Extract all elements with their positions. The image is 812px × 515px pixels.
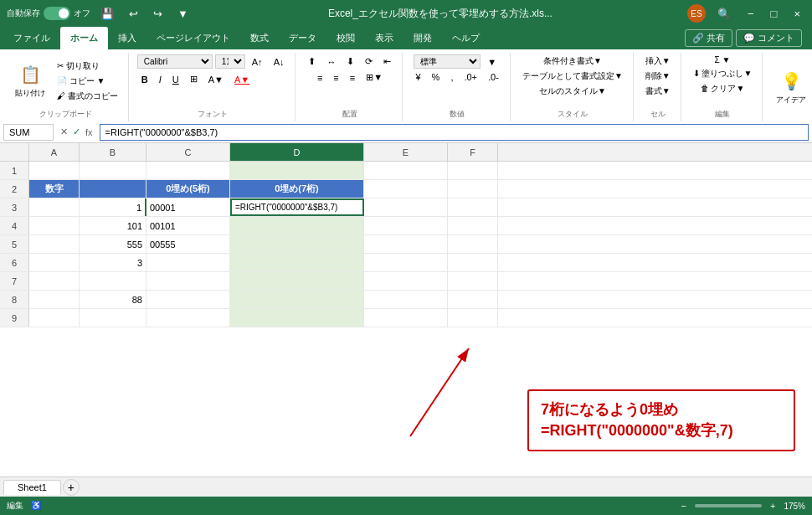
cell-a7[interactable] <box>29 272 80 290</box>
maximize-button[interactable]: □ <box>766 6 783 22</box>
col-header-b[interactable]: B <box>80 143 146 161</box>
align-left-btn[interactable]: ≡ <box>313 71 326 85</box>
tab-home[interactable]: ホーム <box>60 27 108 49</box>
formula-content[interactable]: =RIGHT("0000000"&$B3,7) <box>100 124 809 141</box>
cell-f7[interactable] <box>448 272 498 290</box>
number-expand-btn[interactable]: ▼ <box>483 55 501 69</box>
col-header-d[interactable]: D <box>230 143 364 161</box>
tab-formulas[interactable]: 数式 <box>240 27 279 49</box>
format-painter-button[interactable]: 🖌 書式のコピー <box>54 90 121 103</box>
cell-e2[interactable] <box>364 180 448 198</box>
undo-button[interactable]: ↩ <box>124 6 143 22</box>
tab-review[interactable]: 校閲 <box>326 27 365 49</box>
cell-a5[interactable] <box>29 235 80 253</box>
text-direction-btn[interactable]: ⟳ <box>361 54 377 69</box>
cell-c5[interactable]: 00555 <box>146 235 230 253</box>
cell-d8[interactable] <box>230 291 364 308</box>
cell-e1[interactable] <box>364 162 448 179</box>
cell-f6[interactable] <box>448 254 498 271</box>
cell-f4[interactable] <box>448 217 498 234</box>
currency-btn[interactable]: ¥ <box>411 70 424 84</box>
zoom-in-button[interactable]: + <box>765 499 780 512</box>
cancel-icon[interactable]: ✕ <box>60 126 68 137</box>
font-color-btn[interactable]: A▼ <box>230 73 254 86</box>
format-as-table-btn[interactable]: テーブルとして書式設定▼ <box>519 70 626 83</box>
fill-btn[interactable]: ⬇ 塗りつぶし▼ <box>690 67 756 80</box>
cell-b5[interactable]: 555 <box>80 235 146 253</box>
cell-e3[interactable] <box>364 198 448 216</box>
col-header-c[interactable]: C <box>146 143 230 161</box>
cell-f2[interactable] <box>448 180 498 198</box>
cell-c9[interactable] <box>146 309 230 327</box>
sheet-tab-sheet1[interactable]: Sheet1 <box>3 480 61 495</box>
cell-a3[interactable] <box>29 198 80 216</box>
add-sheet-button[interactable]: + <box>63 479 80 496</box>
col-header-a[interactable]: A <box>29 143 80 161</box>
cell-c8[interactable] <box>146 291 230 308</box>
cell-d6[interactable] <box>230 254 364 271</box>
close-button[interactable]: × <box>789 6 805 22</box>
fill-color-btn[interactable]: A▼ <box>204 73 228 86</box>
cell-a9[interactable] <box>29 309 80 327</box>
insert-cells-btn[interactable]: 挿入▼ <box>642 54 674 68</box>
cell-d7[interactable] <box>230 272 364 290</box>
cell-e6[interactable] <box>364 254 448 271</box>
tab-insert[interactable]: 挿入 <box>108 27 146 49</box>
zoom-out-button[interactable]: − <box>676 499 691 512</box>
cell-f8[interactable] <box>448 291 498 308</box>
cell-f5[interactable] <box>448 235 498 253</box>
search-button[interactable]: 🔍 <box>712 6 736 22</box>
cell-b3[interactable]: 1 <box>80 198 146 216</box>
cell-f3[interactable] <box>448 198 498 216</box>
minimize-button[interactable]: − <box>743 6 759 22</box>
underline-button[interactable]: U <box>168 73 183 86</box>
format-cells-btn[interactable]: 書式▼ <box>642 85 674 98</box>
sum-btn[interactable]: Σ ▼ <box>712 54 734 65</box>
zoom-slider[interactable] <box>695 504 762 507</box>
customize-btn[interactable]: ▼ <box>172 6 193 22</box>
cell-b1[interactable] <box>80 162 146 179</box>
bold-button[interactable]: B <box>137 73 152 86</box>
cell-b8[interactable]: 88 <box>80 291 146 308</box>
confirm-icon[interactable]: ✓ <box>73 126 80 137</box>
align-middle-btn[interactable]: ↔ <box>322 55 340 69</box>
cell-f1[interactable] <box>448 162 498 179</box>
align-right-btn[interactable]: ≡ <box>346 71 359 85</box>
redo-button[interactable]: ↪ <box>148 6 167 22</box>
cell-a8[interactable] <box>29 291 80 308</box>
cell-c7[interactable] <box>146 272 230 290</box>
cell-d2[interactable]: 0埋め(7桁) <box>230 180 364 198</box>
tab-help[interactable]: ヘルプ <box>442 27 490 49</box>
cell-f9[interactable] <box>448 309 498 327</box>
cell-b4[interactable]: 101 <box>80 217 146 234</box>
cell-e8[interactable] <box>364 291 448 308</box>
increase-font-btn[interactable]: A↑ <box>248 55 267 69</box>
cell-e4[interactable] <box>364 217 448 234</box>
clear-btn[interactable]: 🗑 クリア▼ <box>697 82 748 95</box>
cell-c3[interactable]: 00001 <box>146 198 230 216</box>
cut-button[interactable]: ✂ 切り取り <box>54 59 121 73</box>
align-center-btn[interactable]: ≡ <box>329 71 342 85</box>
copy-button[interactable]: 📄 コピー ▼ <box>54 75 121 88</box>
tab-pagelayout[interactable]: ページレイアウト <box>146 27 240 49</box>
cell-b9[interactable] <box>80 309 146 327</box>
font-size-select[interactable]: 11 <box>215 54 245 69</box>
comment-button[interactable]: 💬 コメント <box>736 29 802 47</box>
tab-data[interactable]: データ <box>279 27 326 49</box>
cell-a6[interactable] <box>29 254 80 271</box>
indent-btn[interactable]: ⇤ <box>379 54 395 69</box>
comma-btn[interactable]: , <box>446 70 457 84</box>
cell-d4[interactable] <box>230 217 364 234</box>
paste-button[interactable]: 📋 貼り付け <box>10 59 50 102</box>
decrease-font-btn[interactable]: A↓ <box>270 55 289 69</box>
tab-view[interactable]: 表示 <box>365 27 403 49</box>
cell-d9[interactable] <box>230 309 364 327</box>
cell-e5[interactable] <box>364 235 448 253</box>
align-bottom-btn[interactable]: ⬇ <box>342 54 358 69</box>
cell-a4[interactable] <box>29 217 80 234</box>
col-header-f[interactable]: F <box>448 143 498 161</box>
conditional-format-btn[interactable]: 条件付き書式▼ <box>540 54 605 68</box>
merge-btn[interactable]: ⊞▼ <box>362 70 387 85</box>
italic-button[interactable]: I <box>155 73 166 86</box>
number-format-select[interactable]: 標準 <box>414 54 481 69</box>
